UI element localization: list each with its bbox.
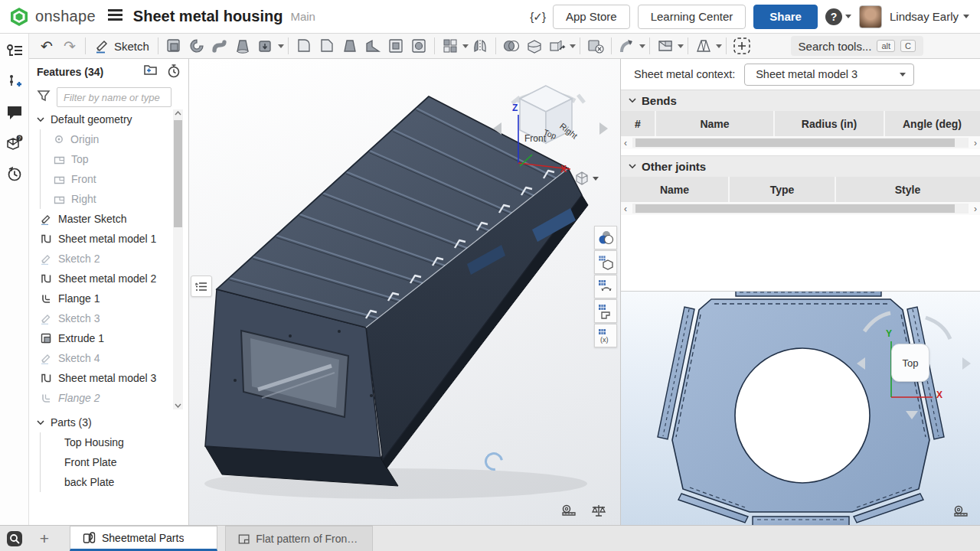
new-folder-icon[interactable] [142, 64, 158, 81]
scroll-left-icon[interactable]: ‹ [621, 139, 630, 148]
feature-item-master-sketch[interactable]: Master Sketch [29, 209, 189, 229]
feature-item-origin[interactable]: Origin [29, 129, 189, 149]
feature-script-icon[interactable]: {✓} [530, 10, 545, 24]
redo-button[interactable]: ↷ [58, 35, 81, 57]
undo-button[interactable]: ↶ [35, 35, 58, 57]
draft-icon[interactable] [338, 35, 361, 57]
feature-item-sketch-2[interactable]: Sketch 2 [29, 249, 189, 269]
avatar[interactable] [859, 5, 882, 28]
versions-icon[interactable] [5, 72, 24, 92]
feature-item-sheet-metal-model-1[interactable]: Sheet metal model 1 [29, 229, 189, 249]
feature-item-sketch-3[interactable]: Sketch 3 [29, 308, 189, 328]
scroll-right-icon[interactable]: › [971, 139, 980, 148]
feature-item-right-plane[interactable]: Right [29, 189, 189, 209]
model-viewport[interactable]: Top Front Right Z X (x) [189, 59, 620, 525]
rollback-timer-icon[interactable] [167, 64, 181, 81]
thicken-icon[interactable] [254, 35, 277, 57]
search-tools[interactable]: Search tools... alt C [791, 36, 923, 56]
sheet-metal-end-icon[interactable] [692, 35, 715, 57]
bends-scrollbar[interactable]: ‹ › [621, 136, 980, 149]
feature-item-front-plane[interactable]: Front [29, 169, 189, 189]
flat-rotate-right-arrow[interactable] [962, 357, 971, 370]
variables-view-button[interactable]: (x) [594, 324, 617, 347]
collapsed-panel-toggle[interactable] [191, 276, 212, 297]
feature-item-sheet-metal-model-2[interactable]: Sheet metal model 2 [29, 269, 189, 289]
flat-rotate-down-arrow[interactable] [906, 411, 918, 419]
scrollbar-thumb[interactable] [635, 204, 955, 213]
joints-col-name[interactable]: Name [621, 177, 730, 202]
chevron-down-icon[interactable] [716, 44, 722, 48]
context-select[interactable]: Sheet metal model 3 [744, 64, 914, 86]
scroll-up-icon[interactable] [175, 111, 181, 116]
delete-part-icon[interactable] [584, 35, 607, 57]
split-icon[interactable] [523, 35, 546, 57]
bends-col-name[interactable]: Name [656, 111, 775, 136]
view-options-menu[interactable] [574, 171, 599, 186]
shell-icon[interactable] [384, 35, 407, 57]
rotate-right-arrow[interactable] [599, 122, 608, 135]
joints-col-type[interactable]: Type [730, 177, 836, 202]
measure-icon[interactable] [560, 504, 577, 520]
scroll-down-icon[interactable] [175, 403, 181, 408]
user-menu[interactable]: Lindsay Early [890, 10, 969, 23]
help-menu[interactable]: ? [825, 8, 851, 25]
chevron-down-icon[interactable] [278, 44, 284, 48]
feature-item-top-plane[interactable]: Top [29, 149, 189, 169]
comments-icon[interactable] [5, 103, 24, 122]
scroll-left-icon[interactable]: ‹ [621, 204, 630, 214]
part-item-front-plate[interactable]: Front Plate [29, 452, 189, 472]
hole-icon[interactable] [407, 35, 430, 57]
tab-sheetmetal-parts[interactable]: Sheetmetal Parts [70, 526, 217, 551]
workspace-name[interactable]: Main [290, 10, 315, 23]
rib-icon[interactable] [361, 35, 384, 57]
scrollbar-thumb[interactable] [174, 120, 182, 227]
feature-item-flange-2[interactable]: Flange 2 [29, 388, 189, 408]
chevron-down-icon[interactable] [639, 44, 645, 48]
joints-col-style[interactable]: Style [836, 177, 979, 202]
feature-list-icon[interactable] [5, 41, 24, 61]
rotate-left-arrow[interactable] [493, 122, 501, 135]
onshape-logo[interactable]: onshape [0, 7, 96, 27]
app-store-button[interactable]: App Store [553, 5, 630, 29]
bends-section-header[interactable]: Bends [621, 90, 980, 111]
feature-item-flange-1[interactable]: Flange 1 [29, 289, 189, 308]
bends-col-radius[interactable]: Radius (in) [775, 111, 885, 136]
document-menu-icon[interactable] [108, 9, 122, 24]
tab-flat-pattern[interactable]: Flat pattern of Front Pl... [225, 526, 373, 551]
modify-fillet-icon[interactable] [616, 35, 639, 57]
flat-pattern-view-button[interactable] [594, 299, 617, 323]
mirror-icon[interactable] [469, 35, 492, 57]
history-icon[interactable] [5, 164, 24, 184]
measure-icon[interactable] [952, 505, 969, 520]
part-item-top-housing[interactable]: Top Housing [29, 432, 189, 452]
tree-group-parts[interactable]: Parts (3) [29, 412, 189, 432]
learning-center-button[interactable]: Learning Center [638, 5, 746, 29]
fillet-icon[interactable] [292, 35, 315, 57]
flat-pattern-drawing[interactable] [621, 292, 980, 525]
learning-cube-icon[interactable]: ? [5, 133, 24, 153]
chevron-down-icon[interactable] [678, 44, 684, 48]
tree-group-default-geometry[interactable]: Default geometry [29, 109, 189, 129]
part-item-back-plate[interactable]: back Plate [29, 472, 189, 492]
transform-icon[interactable] [546, 35, 569, 57]
sheet-metal-table-view-button[interactable] [594, 275, 617, 298]
select-origin-icon[interactable] [730, 35, 753, 57]
cube-face-front[interactable]: Front [524, 133, 546, 144]
folded-view-button[interactable] [594, 250, 617, 274]
revolve-icon[interactable] [185, 35, 208, 57]
chevron-down-icon[interactable] [462, 44, 469, 48]
feature-item-sheet-metal-model-3[interactable]: Sheet metal model 3 [29, 368, 189, 388]
loft-icon[interactable] [231, 35, 254, 57]
mass-properties-icon[interactable] [591, 504, 606, 520]
share-button[interactable]: Share [753, 5, 818, 29]
other-joints-section-header[interactable]: Other joints [621, 155, 980, 177]
bends-col-angle[interactable]: Angle (deg) [885, 111, 979, 136]
extrude-icon[interactable] [162, 35, 185, 57]
joints-scrollbar[interactable]: ‹ › [621, 202, 980, 215]
tab-manager-icon[interactable] [4, 528, 25, 549]
chevron-down-icon[interactable] [570, 44, 576, 48]
flat-view-cube[interactable]: Top [891, 344, 929, 382]
flat-rotate-left-arrow[interactable] [857, 357, 865, 370]
chamfer-icon[interactable] [315, 35, 338, 57]
scroll-right-icon[interactable]: › [971, 204, 980, 214]
